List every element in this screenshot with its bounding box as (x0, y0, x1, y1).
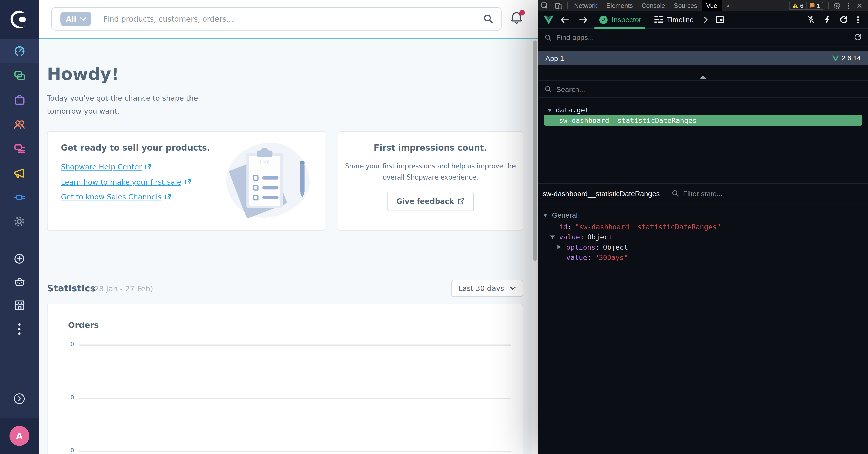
sidebar-item-extensions[interactable] (0, 185, 39, 209)
popout-icon[interactable] (711, 16, 728, 24)
expanded-caret-icon[interactable] (550, 235, 555, 238)
search-filter-label: All (66, 15, 76, 23)
customers-icon (13, 118, 26, 130)
first-sale-link[interactable]: Learn how to make your first sale (61, 178, 191, 186)
sidebar-expand-button[interactable] (0, 388, 39, 410)
expanded-caret-icon (543, 214, 548, 217)
checklist-illustration: ℓ∝ℓ (226, 141, 309, 222)
feedback-card: First impressions count. Share your firs… (338, 131, 523, 230)
sidebar-item-add[interactable] (0, 248, 39, 270)
statistics-header: Statistics (28 Jan - 27 Feb) Last 30 day… (47, 280, 523, 297)
sidebar-item-settings[interactable] (0, 209, 39, 234)
shopware-admin: All Find products, customers, orders... … (0, 0, 538, 454)
page-title: Howdy! (47, 64, 119, 84)
catalogues-icon (13, 69, 25, 81)
state-section-general[interactable]: General (538, 203, 868, 222)
chevron-right-circle-icon (13, 393, 26, 405)
issues-badge[interactable]: 1 (806, 2, 823, 9)
date-range-dropdown[interactable]: Last 30 days (451, 280, 523, 297)
state-title: sw-dashboard__statisticDateRanges (542, 189, 660, 197)
devtools-close-icon[interactable]: ✕ (853, 1, 866, 9)
give-feedback-button[interactable]: Give feedback (387, 192, 474, 211)
flash-off-icon[interactable] (808, 16, 815, 24)
state-row-value[interactable]: value: Object (538, 232, 868, 242)
vue-kebab-icon[interactable] (857, 16, 859, 24)
sidebar-item-customers[interactable] (0, 112, 39, 136)
orders-chart-title: Orders (68, 321, 99, 330)
external-link-icon (165, 194, 171, 200)
inspector-target-icon (599, 15, 608, 24)
tab-sources[interactable]: Sources (670, 0, 702, 11)
filter-state-input[interactable]: Filter state... (672, 189, 723, 197)
timeline-icon (654, 16, 663, 24)
devtools-kebab-icon[interactable] (844, 2, 853, 9)
vue-app-row[interactable]: App 1 2.6.14 (538, 51, 868, 65)
tab-inspector[interactable]: Inspector (592, 11, 648, 29)
tab-timeline[interactable]: Timeline (648, 11, 701, 29)
sidebar-item-more[interactable] (0, 317, 39, 341)
sidebar-item-catalogues[interactable] (0, 63, 39, 88)
vue-logo-icon (832, 55, 839, 61)
gridline-row: 0 (48, 447, 523, 454)
selected-state-item[interactable]: sw-dashboard__statisticDateRanges (544, 115, 863, 126)
top-header: All Find products, customers, orders... (39, 0, 538, 38)
warnings-badge[interactable]: 6 (789, 2, 806, 9)
external-link-icon (458, 198, 464, 204)
find-apps-row[interactable]: Find apps... (538, 29, 868, 47)
content-icon (13, 143, 25, 154)
devtools-settings-icon[interactable] (830, 2, 844, 9)
state-inspector-panel: sw-dashboard__statisticDateRanges Filter… (538, 183, 868, 263)
page-scrollbar[interactable] (532, 39, 538, 454)
find-apps-placeholder: Find apps... (556, 33, 849, 42)
refresh-apps-icon[interactable] (854, 34, 862, 41)
collapsed-caret-icon[interactable] (557, 245, 561, 250)
toolbar-chevron-icon[interactable] (701, 17, 712, 23)
plug-icon (13, 191, 26, 203)
state-row-options[interactable]: options: Object (538, 242, 868, 253)
tab-elements[interactable]: Elements (602, 0, 637, 11)
state-row-value-30days[interactable]: value: "30Days" (538, 252, 868, 263)
external-link-icon (145, 164, 151, 170)
inspect-element-icon[interactable] (538, 0, 552, 11)
refresh-icon[interactable] (840, 16, 847, 24)
warning-triangle-icon (792, 3, 798, 8)
help-center-link[interactable]: Shopware Help Center (61, 163, 151, 171)
feedback-card-title: First impressions count. (338, 143, 523, 153)
orders-chart-card: Orders 0 0 0 (47, 304, 523, 454)
tree-group-data-get[interactable]: data.get (548, 106, 589, 114)
forward-arrow-icon[interactable] (574, 17, 592, 23)
app-name: App 1 (545, 54, 564, 62)
external-link-icon (185, 179, 191, 185)
shopware-logo[interactable] (0, 0, 39, 39)
global-search[interactable]: All Find products, customers, orders... (52, 7, 502, 31)
sidebar-item-dashboard[interactable] (0, 39, 39, 63)
device-toolbar-icon[interactable] (552, 0, 566, 11)
notifications-button[interactable] (510, 11, 524, 27)
sidebar-item-basket[interactable] (0, 270, 39, 293)
sales-channels-link[interactable]: Get to know Sales Channels (61, 193, 171, 201)
tab-vue[interactable]: Vue (702, 0, 722, 11)
search-icon (672, 190, 679, 197)
state-header: sw-dashboard__statisticDateRanges Filter… (538, 184, 868, 203)
collapse-caret-icon[interactable] (700, 75, 706, 79)
sidebar-item-storefront[interactable] (0, 293, 39, 318)
more-tabs-chevron[interactable]: » (722, 0, 734, 11)
user-menu[interactable]: A (0, 418, 39, 454)
lightning-icon[interactable] (824, 16, 830, 24)
search-filter-chip[interactable]: All (60, 11, 91, 26)
sidebar-item-content[interactable] (0, 136, 39, 161)
avatar[interactable]: A (9, 426, 29, 446)
state-row-id[interactable]: id: "sw-dashboard__statisticDateRanges" (538, 222, 868, 232)
search-icon[interactable] (483, 14, 493, 24)
scrollbar-thumb[interactable] (533, 40, 537, 261)
sidebar-item-marketing[interactable] (0, 161, 39, 185)
component-search-row[interactable]: Search... (538, 81, 868, 98)
tab-network[interactable]: Network (570, 0, 602, 11)
search-placeholder: Search... (556, 85, 862, 93)
back-arrow-icon[interactable] (556, 17, 574, 23)
sidebar-item-orders[interactable] (0, 88, 39, 112)
expanded-caret-icon[interactable] (548, 108, 552, 112)
tab-console[interactable]: Console (637, 0, 670, 11)
storefront-icon (13, 300, 25, 311)
y-tick-label: 0 (68, 341, 74, 347)
